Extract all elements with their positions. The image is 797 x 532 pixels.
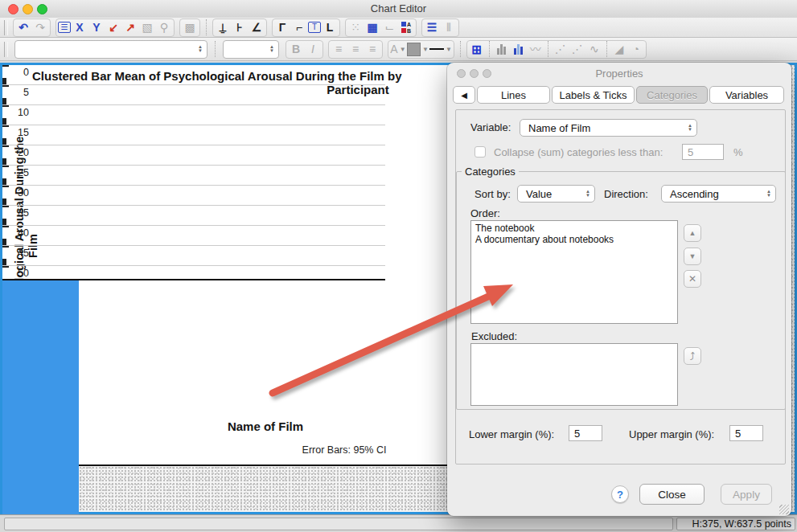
close-button[interactable]: Close [639, 484, 705, 505]
bar[interactable] [2, 280, 79, 526]
combo-stepper-icon: ▲▼ [194, 45, 207, 53]
apply-button[interactable]: Apply [721, 484, 772, 505]
scatter-fit-icon[interactable]: ⋰ [553, 42, 569, 57]
line-chart-icon[interactable]: 〰 [528, 42, 544, 57]
y-gridline [2, 245, 385, 246]
excluded-listbox[interactable] [470, 343, 678, 406]
toolbar-group: ⊞〰⋰⋰∿◢◔ [466, 40, 647, 59]
redo-icon[interactable]: ↷ [32, 20, 48, 35]
x-axis-ticks-icon[interactable]: ⍊ [215, 20, 231, 35]
rotate-3d-icon[interactable]: ▧ [139, 20, 155, 35]
rescale-chart-smaller-icon[interactable]: ↙ [105, 20, 121, 35]
toolbar-drag-handle [4, 42, 8, 57]
variable-label: Variable: [470, 121, 511, 133]
toolbar-group: ⁙▦⌙AB [345, 18, 417, 37]
minor-gridlines-icon[interactable]: ⁙ [347, 20, 364, 35]
font-family-combo[interactable]: ▲▼ [14, 40, 207, 59]
toolbar-group: ≡≡≡ [328, 40, 383, 59]
select-y-axis-icon[interactable]: Y [88, 20, 105, 35]
derived-axis-icon[interactable]: ⌙ [381, 20, 397, 35]
frame-top-left-icon[interactable]: Γ [274, 20, 290, 35]
title-bar: Chart Editor [0, 0, 797, 18]
align-left-icon[interactable]: ≡ [331, 42, 347, 57]
y-tick-label: 5 [2, 87, 29, 98]
y-tick-label: 35 [2, 207, 29, 219]
tab-lines[interactable]: Lines [477, 86, 550, 104]
move-down-button[interactable]: ▼ [684, 248, 701, 265]
pie-chart-icon[interactable]: ◔ [628, 42, 644, 57]
direction-dropdown[interactable]: Ascending ▲▼ [661, 185, 776, 203]
toolbar-row-1: ↶↷☰XY↙↗▧⚲▩⍊⊦∠Γ⌐TL⁙▦⌙AB☰⫴ [0, 18, 797, 38]
clustered-bar-chart-icon[interactable] [511, 42, 527, 57]
sort-by-dropdown[interactable]: Value ▲▼ [517, 185, 595, 203]
tab-variables[interactable]: Variables [709, 86, 784, 104]
legend-ab-icon[interactable]: AB [398, 20, 414, 35]
question-mark-icon: ? [617, 489, 623, 501]
order-listbox[interactable]: The notebook A documentary about noteboo… [470, 220, 678, 324]
frame-bottom-left-icon[interactable]: ⌐ [291, 20, 307, 35]
transpose-horizontal-icon[interactable]: ☰ [424, 20, 440, 35]
simple-bar-chart-icon[interactable] [494, 42, 510, 57]
bold-icon[interactable]: B [288, 42, 304, 57]
x-axis-title[interactable]: Name of Film [105, 419, 426, 433]
align-center-icon[interactable]: ≡ [347, 42, 364, 57]
toolbar-drag-handle [4, 20, 8, 35]
data-id-mode-icon[interactable]: ⊞ [469, 42, 485, 57]
exclude-button[interactable]: ✕ [684, 270, 701, 288]
dialog-title: Properties [447, 68, 791, 80]
major-gridlines-icon[interactable]: ▦ [364, 20, 380, 35]
scatter-dash-icon[interactable]: ⋰ [569, 42, 585, 57]
restore-arrow-icon: ⤴ [690, 350, 696, 362]
show-properties-icon[interactable]: ☰ [58, 22, 71, 33]
show-hide-selection-icon[interactable]: ▩ [182, 20, 198, 35]
undo-icon[interactable]: ↶ [15, 20, 31, 35]
y-axis-ticks-icon[interactable]: ⊦ [232, 20, 248, 35]
collapse-label: Collapse (sum) categories less than: [494, 146, 663, 158]
text-box-icon[interactable]: T [308, 22, 321, 33]
variable-dropdown[interactable]: Name of Film ▲▼ [520, 119, 697, 137]
restore-button[interactable]: ⤴ [684, 347, 701, 365]
y-tick-label: 10 [2, 107, 29, 118]
order-label: Order: [470, 207, 500, 219]
scatter-line-icon[interactable]: ∿ [586, 42, 602, 57]
toolbar-row-2: ▲▼▲▼BI≡≡≡A▼▼▼⊞〰⋰⋰∿◢◔ [0, 38, 797, 61]
sort-by-label: Sort by: [475, 188, 511, 200]
y-gridline [2, 205, 385, 206]
rescale-chart-larger-icon[interactable]: ↗ [122, 20, 138, 35]
diagonal-axis-icon[interactable]: ∠ [249, 20, 265, 35]
line-style-icon[interactable]: ▼ [429, 42, 452, 57]
toolbar-separator [215, 41, 216, 57]
y-gridline [2, 225, 385, 226]
transpose-vertical-icon[interactable]: ⫴ [441, 20, 457, 35]
tab-categories[interactable]: Categories [636, 86, 708, 104]
tab-labels-ticks[interactable]: Labels & Ticks [552, 86, 635, 104]
size-readout: H:375, W:637.5 points [676, 518, 795, 530]
tab-scroll-left-button[interactable]: ◀ [453, 86, 475, 104]
help-button[interactable]: ? [611, 485, 629, 503]
order-item[interactable]: The notebook [475, 223, 677, 234]
excluded-label: Excluded: [471, 330, 517, 342]
dropdown-stepper-icon: ▲▼ [762, 190, 775, 198]
select-x-axis-icon[interactable]: X [72, 20, 88, 35]
fill-color-icon[interactable]: ▼ [407, 42, 429, 57]
order-item[interactable]: A documentary about notebooks [475, 234, 677, 245]
dropdown-stepper-icon: ▲▼ [684, 124, 696, 132]
y-gridline [2, 165, 385, 166]
dialog-resize-grip[interactable] [779, 505, 789, 514]
move-up-button[interactable]: ▲ [684, 224, 701, 242]
toolbar-separator [206, 19, 207, 35]
lower-margin-field[interactable]: 5 [569, 425, 602, 441]
collapse-value-field[interactable]: 5 [682, 144, 724, 160]
italic-icon[interactable]: I [305, 42, 321, 57]
upper-margin-label: Upper margin (%): [629, 428, 714, 440]
collapse-checkbox[interactable] [475, 146, 486, 158]
font-size-combo[interactable]: ▲▼ [223, 40, 279, 59]
area-chart-icon[interactable]: ◢ [611, 42, 627, 57]
upper-margin-field[interactable]: 5 [729, 425, 763, 441]
lasso-select-icon[interactable]: ⚲ [156, 20, 172, 35]
align-right-icon[interactable]: ≡ [364, 42, 380, 57]
remove-x-icon: ✕ [688, 273, 696, 284]
y-tick-label: 20 [2, 147, 29, 158]
frame-bottom-icon[interactable]: L [322, 20, 338, 35]
text-color-icon[interactable]: A▼ [390, 42, 406, 57]
